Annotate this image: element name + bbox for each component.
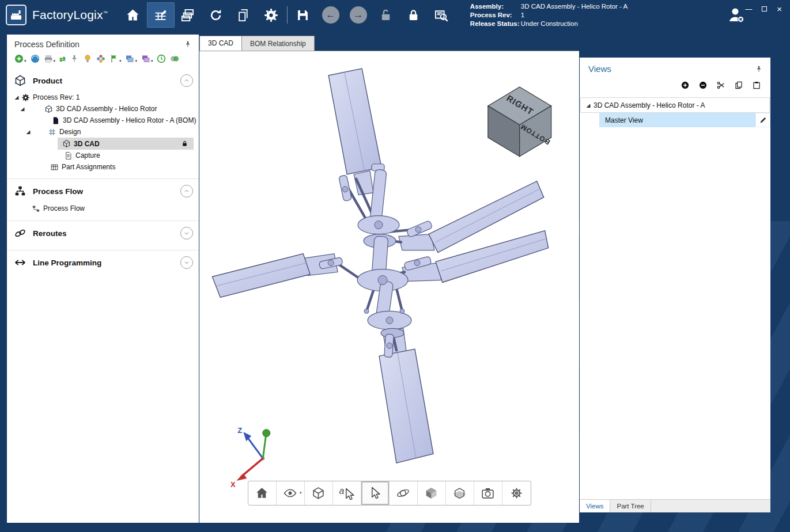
- home-button[interactable]: [119, 2, 147, 28]
- documents-button[interactable]: [230, 2, 258, 28]
- section-process-flow-header[interactable]: Process Flow: [7, 180, 199, 202]
- expander-icon[interactable]: ◢: [20, 106, 25, 112]
- expand-reroutes-button[interactable]: [180, 227, 193, 240]
- section-reroutes-header[interactable]: Reroutes: [7, 222, 199, 244]
- section-product-header[interactable]: Product: [7, 70, 199, 92]
- stack-purple-button[interactable]: ▾: [141, 54, 153, 63]
- views-panel-tabs: Views Part Tree: [580, 499, 770, 512]
- product-tree: ◢ Process Rev: 1 ◢ 3D CAD Assembly - Hel…: [7, 92, 199, 173]
- camera-icon: [481, 486, 495, 500]
- expand-line-programming-button[interactable]: [180, 256, 193, 269]
- transfer-button[interactable]: ⇄: [59, 55, 66, 63]
- sync-button[interactable]: [202, 2, 230, 28]
- chevron-down-icon: [183, 230, 190, 237]
- product-section: Product ◢ Process Rev: 1 ◢ 3D CAD Assemb…: [7, 69, 199, 178]
- lamp-button[interactable]: [83, 54, 92, 63]
- cut-view-button[interactable]: [716, 81, 725, 90]
- tab-label: Views: [586, 503, 603, 510]
- pin-icon[interactable]: [755, 65, 763, 73]
- tree-item-cad-assembly[interactable]: ◢ 3D CAD Assembly - Helico Rotor: [7, 103, 199, 115]
- release-status-value: Under Construction: [521, 20, 578, 28]
- copy-view-button[interactable]: [734, 81, 743, 90]
- close-button[interactable]: ×: [777, 5, 782, 13]
- gear-icon: [21, 93, 30, 102]
- process-definition-button[interactable]: [147, 2, 175, 28]
- materials-button[interactable]: [175, 2, 202, 28]
- tab-3d-cad[interactable]: 3D CAD: [199, 36, 242, 51]
- paste-view-button[interactable]: [752, 81, 761, 90]
- user-button[interactable]: [727, 6, 745, 24]
- cad-viewport[interactable]: RIGHT BOTTOM FRONT Z X ▾ a: [199, 51, 579, 523]
- isometric-button[interactable]: [418, 481, 446, 505]
- section-line-programming-header[interactable]: Line Programming: [7, 252, 199, 273]
- tree-item-capture[interactable]: Capture: [7, 150, 199, 161]
- back-arrow-icon: ←: [322, 6, 339, 24]
- tab-part-tree[interactable]: Part Tree: [610, 500, 651, 512]
- rotor-blade-bottom: [379, 349, 433, 463]
- pin-icon[interactable]: [184, 40, 192, 48]
- snapshot-button[interactable]: [474, 481, 502, 505]
- viewport-settings-button[interactable]: [502, 481, 531, 505]
- add-icon: [14, 54, 24, 63]
- expander-icon[interactable]: ◢: [25, 129, 31, 135]
- reset-view-button[interactable]: [248, 481, 277, 505]
- visibility-button[interactable]: ▾: [277, 481, 305, 505]
- orbit-button[interactable]: [390, 481, 418, 505]
- reroutes-section: Reroutes: [7, 221, 199, 250]
- unlock-button[interactable]: [372, 2, 400, 28]
- history-button[interactable]: [157, 54, 166, 63]
- orientation-cube[interactable]: RIGHT BOTTOM FRONT: [481, 87, 551, 157]
- section-button[interactable]: [446, 481, 474, 505]
- pointer-button[interactable]: [361, 481, 390, 505]
- add-view-button[interactable]: [681, 81, 690, 90]
- tab-views[interactable]: Views: [580, 500, 610, 512]
- projection-button[interactable]: [305, 481, 333, 505]
- tree-item-design[interactable]: ◢ Design: [7, 126, 199, 138]
- edit-view-button[interactable]: [755, 113, 770, 127]
- back-button[interactable]: ←: [317, 2, 345, 28]
- main-toolbar: ← →: [119, 2, 455, 28]
- master-view-item[interactable]: Master View: [599, 113, 770, 127]
- link-button[interactable]: [31, 54, 40, 63]
- caret-down-icon: ▾: [300, 491, 302, 495]
- record-button[interactable]: [170, 54, 179, 63]
- system-settings-button[interactable]: [258, 2, 285, 28]
- text-select-button[interactable]: a: [333, 481, 361, 505]
- expander-icon[interactable]: ◢: [14, 94, 20, 100]
- views-root-item[interactable]: ◢ 3D CAD Assembly - Helico Rotor - A: [580, 97, 770, 113]
- cad-cube-icon: [44, 105, 53, 113]
- tree-item-part-assignments[interactable]: Part Assignments: [7, 161, 199, 173]
- print-button[interactable]: ▾: [44, 54, 56, 63]
- pin-item-button[interactable]: [70, 54, 79, 63]
- cad-scene: RIGHT BOTTOM FRONT Z X: [199, 51, 579, 523]
- options-flower-button[interactable]: [96, 54, 105, 63]
- expander-icon[interactable]: ◢: [585, 102, 591, 108]
- stack-blue-button[interactable]: ▾: [125, 54, 137, 63]
- app-name: FactoryLogix™: [32, 8, 108, 22]
- tab-bom-relationship[interactable]: BOM Relationship: [242, 36, 315, 51]
- plus-circle-icon: [681, 81, 690, 90]
- add-button[interactable]: ▾: [14, 54, 27, 63]
- minimize-button[interactable]: —: [745, 6, 752, 13]
- tree-item-process-rev[interactable]: ◢ Process Rev: 1: [7, 92, 199, 103]
- caret-down-icon: ▾: [151, 58, 153, 63]
- collapse-product-button[interactable]: [180, 74, 193, 87]
- machine-programming-button[interactable]: [428, 2, 455, 28]
- close-icon: ×: [777, 4, 782, 14]
- forward-button[interactable]: →: [345, 2, 372, 28]
- tree-item-process-flow[interactable]: Process Flow: [7, 202, 199, 215]
- process-flow-section: Process Flow Process Flow: [7, 178, 199, 221]
- maximize-button[interactable]: [762, 6, 767, 12]
- flag-button[interactable]: ▾: [109, 54, 122, 63]
- x-axis-label: X: [230, 480, 236, 489]
- collapse-process-flow-button[interactable]: [180, 185, 193, 197]
- stack-blue-icon: [125, 54, 134, 63]
- remove-view-button[interactable]: [698, 81, 708, 90]
- tree-item-bom[interactable]: 3D CAD Assembly - Helico Rotor - A (BOM): [7, 115, 199, 126]
- lock-button[interactable]: [400, 2, 428, 28]
- tree-item-3d-cad[interactable]: 3D CAD: [58, 138, 194, 150]
- gear-outline-icon: [509, 486, 524, 500]
- stack-purple-icon: [141, 54, 150, 63]
- save-button[interactable]: [289, 2, 317, 28]
- pencil-icon: [759, 116, 768, 124]
